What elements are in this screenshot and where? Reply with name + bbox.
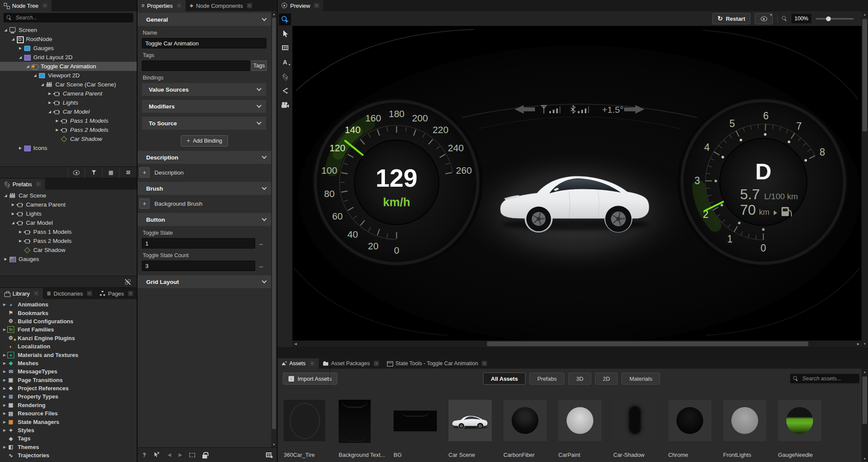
tree-row[interactable]: ▶Pass 2 Models [0, 236, 137, 245]
expander-icon[interactable]: ◢ [3, 194, 9, 198]
tree-row[interactable]: ◢RootNode [0, 35, 137, 44]
tree-row[interactable]: ▶Gauges [0, 255, 137, 264]
close-icon[interactable]: × [87, 291, 92, 296]
library-item-rendering[interactable]: ▶▦Rendering [0, 401, 137, 409]
binding-group-modifiers[interactable]: Modifiers [142, 100, 266, 113]
library-item-materials-and-textures[interactable]: ▶●Materials and Textures [0, 350, 137, 359]
restart-button[interactable]: ↻ Restart [712, 13, 750, 24]
expander-icon[interactable]: ◢ [17, 55, 23, 59]
tree-row[interactable]: ◢Car Model [0, 218, 137, 227]
library-item-resource-files[interactable]: ▶▤Resource Files [0, 409, 137, 417]
tags-button[interactable]: Tags [251, 61, 267, 71]
section-grid-layout[interactable]: Grid Layout [138, 275, 271, 288]
expander-icon[interactable]: ▶ [17, 46, 23, 50]
add-background-brush-button[interactable]: + [139, 198, 150, 209]
library-item-page-transitions[interactable]: ▶▣Page Transitions [0, 376, 137, 384]
tab-state-tools[interactable]: State Tools - Toggle Car Animation × [383, 358, 491, 369]
marquee-select-icon[interactable] [189, 453, 195, 457]
link-icon[interactable] [125, 279, 131, 285]
toggle-state-field[interactable] [142, 238, 255, 249]
preview-vscrollbar[interactable]: ▲ ▼ [862, 11, 868, 347]
expander-icon[interactable]: ▶ [54, 128, 60, 132]
expander-icon[interactable]: ▶ [2, 420, 7, 424]
tree-row[interactable]: Car Shadow [0, 245, 137, 255]
scroll-up-arrow[interactable]: ▲ [862, 11, 868, 18]
tree-row[interactable]: ◢Car Model [0, 107, 137, 116]
layers-tool-button[interactable] [278, 69, 292, 83]
expander-icon[interactable]: ▶ [3, 257, 9, 261]
scroll-down-arrow[interactable]: ▼ [862, 341, 868, 347]
close-icon[interactable]: × [176, 3, 182, 8]
asset-card-360car-tire[interactable]: 360Car_Tire [282, 400, 334, 462]
add-description-button[interactable]: + [139, 167, 150, 178]
close-icon[interactable]: × [42, 3, 48, 8]
tab-node-tree[interactable]: Node Tree × [0, 0, 51, 11]
section-brush[interactable]: Brush [138, 182, 271, 195]
grid-tool-button[interactable] [278, 41, 292, 55]
filter-3d[interactable]: 3D [568, 373, 591, 385]
scroll-thumb[interactable] [272, 18, 276, 429]
import-assets-button[interactable]: ↓ Import Assets [283, 373, 337, 385]
close-icon[interactable]: × [314, 3, 319, 8]
library-item-localization[interactable]: ◐Localization [0, 342, 137, 350]
tree-row[interactable]: ▶Gauges [0, 44, 137, 53]
lock-icon[interactable] [202, 455, 207, 459]
asset-card-gaugeneedle[interactable]: GaugeNeedle [776, 400, 829, 462]
tab-asset-packages[interactable]: Asset Packages × [319, 358, 383, 369]
add-binding-button[interactable]: + Add Binding [181, 135, 228, 147]
asset-card-car-scene[interactable]: Car Scene [447, 400, 499, 462]
expander-icon[interactable]: ▶ [54, 119, 60, 123]
expander-icon[interactable]: ▶ [2, 395, 7, 398]
library-item-font-families[interactable]: ▶TrFont Families [0, 325, 137, 334]
tree-row[interactable]: ◢Car Scene (Car Scene) [0, 80, 137, 89]
close-icon[interactable]: × [34, 291, 39, 296]
filter-button[interactable] [85, 167, 102, 178]
section-button[interactable]: Button [138, 213, 271, 226]
expander-icon[interactable]: ▶ [2, 411, 7, 415]
expander-icon[interactable]: ◢ [3, 28, 9, 32]
zoom-level[interactable]: 100% [791, 14, 811, 23]
library-item-trajectories[interactable]: ∿Trajectories [0, 451, 137, 459]
tab-prefabs[interactable]: Prefabs × [0, 178, 45, 190]
properties-scrollbar[interactable]: ▲ ▼ [271, 11, 277, 447]
tab-preview[interactable]: Preview × [278, 0, 323, 11]
assets-search-input[interactable] [801, 375, 868, 382]
library-item-tags[interactable]: ◈Tags [0, 434, 137, 443]
tab-properties[interactable]: ≡ Properties × [138, 0, 186, 11]
tree-row[interactable]: Car Shadow [0, 134, 137, 143]
tags-field[interactable] [142, 61, 250, 71]
tree-row[interactable]: ▶Pass 1 Models [0, 227, 137, 236]
stepper-icon[interactable]: ↔ [258, 263, 264, 269]
scroll-thumb[interactable] [862, 19, 867, 131]
tree-row[interactable]: ◢Car Scene [0, 191, 137, 200]
scroll-down-arrow[interactable]: ▼ [862, 456, 868, 462]
expander-icon[interactable]: ▶ [2, 361, 7, 365]
tree-row[interactable]: ▶Pass 1 Models [0, 116, 137, 125]
expander-icon[interactable]: ◢ [32, 73, 38, 77]
connections-tool-button[interactable] [278, 83, 292, 98]
expander-icon[interactable]: ▶ [10, 203, 16, 207]
asset-card-car-shadow[interactable]: Car-Shadow [612, 400, 664, 462]
tab-assets[interactable]: Assets × [278, 358, 319, 369]
visibility-filter-button[interactable] [67, 167, 85, 178]
tree-row[interactable]: ◢Viewport 2D [0, 71, 137, 80]
library-item-themes[interactable]: ▶◧Themes [0, 443, 137, 451]
select-tool-button[interactable] [278, 26, 292, 41]
asset-card-background-text[interactable]: Background Text... [337, 400, 389, 462]
scroll-thumb[interactable] [487, 341, 808, 346]
scroll-up-arrow[interactable]: ▲ [862, 369, 868, 375]
expander-icon[interactable]: ▶ [2, 445, 7, 449]
expander-icon[interactable]: ▶ [2, 378, 7, 382]
library-item-build-configurations[interactable]: ⚙▪Build Configurations [0, 317, 137, 325]
library-item-property-types[interactable]: ▶⊞Property Types [0, 392, 137, 401]
stepper-icon[interactable]: ↔ [258, 240, 264, 247]
library-item-animations[interactable]: ▶◕Animations [0, 300, 137, 309]
help-icon[interactable]: ? [143, 452, 146, 458]
expander-icon[interactable]: ◢ [47, 110, 53, 114]
close-icon[interactable]: × [374, 361, 379, 366]
deselect-cursor-icon[interactable] [153, 452, 160, 458]
library-item-messagetypes[interactable]: ▶✉MessageTypes [0, 367, 137, 376]
tree-row[interactable]: ▶Camera Parent [0, 200, 137, 209]
close-icon[interactable]: × [128, 291, 133, 296]
expander-icon[interactable]: ▶ [2, 303, 7, 306]
